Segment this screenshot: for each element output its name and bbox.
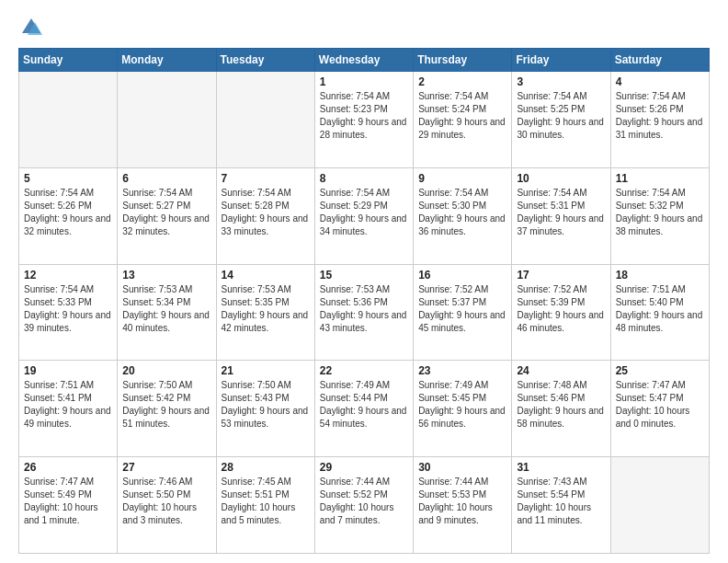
day-info: Sunrise: 7:50 AM Sunset: 5:43 PM Dayligh…: [222, 379, 310, 431]
day-info: Sunrise: 7:54 AM Sunset: 5:31 PM Dayligh…: [517, 187, 605, 238]
day-info: Sunrise: 7:45 AM Sunset: 5:51 PM Dayligh…: [222, 476, 310, 527]
day-number: 14: [222, 269, 310, 282]
calendar-cell: 30Sunrise: 7:44 AM Sunset: 5:53 PM Dayli…: [414, 457, 512, 554]
day-info: Sunrise: 7:54 AM Sunset: 5:28 PM Dayligh…: [222, 187, 310, 238]
day-info: Sunrise: 7:54 AM Sunset: 5:24 PM Dayligh…: [418, 90, 506, 142]
calendar-cell: 16Sunrise: 7:52 AM Sunset: 5:37 PM Dayli…: [414, 264, 512, 361]
calendar-table: SundayMondayTuesdayWednesdayThursdayFrid…: [18, 48, 710, 554]
day-number: 18: [616, 269, 704, 282]
day-info: Sunrise: 7:53 AM Sunset: 5:36 PM Dayligh…: [320, 283, 408, 335]
calendar-week-3: 12Sunrise: 7:54 AM Sunset: 5:33 PM Dayli…: [19, 264, 710, 361]
day-number: 8: [320, 172, 408, 185]
logo: [18, 15, 48, 40]
day-info: Sunrise: 7:54 AM Sunset: 5:26 PM Dayligh…: [616, 90, 704, 142]
calendar-cell: 11Sunrise: 7:54 AM Sunset: 5:32 PM Dayli…: [610, 167, 709, 264]
day-info: Sunrise: 7:43 AM Sunset: 5:54 PM Dayligh…: [517, 476, 605, 527]
logo-icon: [18, 15, 44, 40]
day-info: Sunrise: 7:47 AM Sunset: 5:47 PM Dayligh…: [616, 379, 704, 431]
day-info: Sunrise: 7:54 AM Sunset: 5:27 PM Dayligh…: [122, 187, 210, 238]
day-number: 23: [418, 364, 506, 377]
calendar-cell: 22Sunrise: 7:49 AM Sunset: 5:44 PM Dayli…: [314, 361, 413, 457]
weekday-header-thursday: Thursday: [414, 49, 512, 72]
page: SundayMondayTuesdayWednesdayThursdayFrid…: [0, 0, 728, 563]
day-number: 20: [122, 364, 210, 377]
day-info: Sunrise: 7:53 AM Sunset: 5:34 PM Dayligh…: [122, 283, 210, 335]
calendar-cell: 20Sunrise: 7:50 AM Sunset: 5:42 PM Dayli…: [118, 361, 216, 457]
day-info: Sunrise: 7:50 AM Sunset: 5:42 PM Dayligh…: [122, 379, 210, 431]
weekday-header-wednesday: Wednesday: [314, 49, 413, 72]
calendar-cell: 4Sunrise: 7:54 AM Sunset: 5:26 PM Daylig…: [610, 72, 709, 168]
day-number: 7: [222, 172, 310, 185]
calendar-cell: 24Sunrise: 7:48 AM Sunset: 5:46 PM Dayli…: [512, 361, 610, 457]
calendar-cell: [216, 72, 314, 168]
calendar-cell: 29Sunrise: 7:44 AM Sunset: 5:52 PM Dayli…: [314, 457, 413, 554]
header: [18, 15, 710, 40]
day-info: Sunrise: 7:46 AM Sunset: 5:50 PM Dayligh…: [122, 476, 210, 527]
calendar-week-1: 1Sunrise: 7:54 AM Sunset: 5:23 PM Daylig…: [19, 72, 710, 168]
day-info: Sunrise: 7:44 AM Sunset: 5:53 PM Dayligh…: [418, 476, 506, 527]
calendar-cell: 18Sunrise: 7:51 AM Sunset: 5:40 PM Dayli…: [610, 264, 709, 361]
calendar-cell: 9Sunrise: 7:54 AM Sunset: 5:30 PM Daylig…: [414, 167, 512, 264]
calendar-week-5: 26Sunrise: 7:47 AM Sunset: 5:49 PM Dayli…: [19, 457, 710, 554]
day-number: 9: [418, 172, 506, 185]
day-number: 29: [320, 461, 408, 474]
day-number: 17: [517, 269, 605, 282]
day-info: Sunrise: 7:54 AM Sunset: 5:32 PM Dayligh…: [616, 187, 704, 238]
day-number: 30: [418, 461, 506, 474]
day-info: Sunrise: 7:49 AM Sunset: 5:45 PM Dayligh…: [418, 379, 506, 431]
day-number: 10: [517, 172, 605, 185]
day-number: 6: [122, 172, 210, 185]
day-number: 16: [418, 269, 506, 282]
day-number: 12: [24, 269, 112, 282]
day-number: 21: [222, 364, 310, 377]
calendar-week-2: 5Sunrise: 7:54 AM Sunset: 5:26 PM Daylig…: [19, 167, 710, 264]
day-number: 26: [24, 461, 112, 474]
day-number: 25: [616, 364, 704, 377]
day-number: 28: [222, 461, 310, 474]
day-number: 11: [616, 172, 704, 185]
calendar-cell: 3Sunrise: 7:54 AM Sunset: 5:25 PM Daylig…: [512, 72, 610, 168]
day-number: 24: [517, 364, 605, 377]
day-info: Sunrise: 7:54 AM Sunset: 5:23 PM Dayligh…: [320, 90, 408, 142]
day-number: 2: [418, 75, 506, 88]
calendar-cell: [19, 72, 118, 168]
calendar-cell: 25Sunrise: 7:47 AM Sunset: 5:47 PM Dayli…: [610, 361, 709, 457]
calendar-cell: 6Sunrise: 7:54 AM Sunset: 5:27 PM Daylig…: [118, 167, 216, 264]
weekday-header-friday: Friday: [512, 49, 610, 72]
day-info: Sunrise: 7:54 AM Sunset: 5:30 PM Dayligh…: [418, 187, 506, 238]
day-info: Sunrise: 7:54 AM Sunset: 5:26 PM Dayligh…: [24, 187, 112, 238]
calendar-cell: 23Sunrise: 7:49 AM Sunset: 5:45 PM Dayli…: [414, 361, 512, 457]
day-number: 4: [616, 75, 704, 88]
calendar-cell: 26Sunrise: 7:47 AM Sunset: 5:49 PM Dayli…: [19, 457, 118, 554]
day-info: Sunrise: 7:54 AM Sunset: 5:25 PM Dayligh…: [517, 90, 605, 142]
calendar-cell: 2Sunrise: 7:54 AM Sunset: 5:24 PM Daylig…: [414, 72, 512, 168]
calendar-cell: 10Sunrise: 7:54 AM Sunset: 5:31 PM Dayli…: [512, 167, 610, 264]
calendar-week-4: 19Sunrise: 7:51 AM Sunset: 5:41 PM Dayli…: [19, 361, 710, 457]
day-info: Sunrise: 7:48 AM Sunset: 5:46 PM Dayligh…: [517, 379, 605, 431]
day-info: Sunrise: 7:49 AM Sunset: 5:44 PM Dayligh…: [320, 379, 408, 431]
day-info: Sunrise: 7:52 AM Sunset: 5:37 PM Dayligh…: [418, 283, 506, 335]
calendar-cell: 31Sunrise: 7:43 AM Sunset: 5:54 PM Dayli…: [512, 457, 610, 554]
calendar-cell: 12Sunrise: 7:54 AM Sunset: 5:33 PM Dayli…: [19, 264, 118, 361]
day-number: 3: [517, 75, 605, 88]
day-number: 15: [320, 269, 408, 282]
weekday-header-saturday: Saturday: [610, 49, 709, 72]
day-number: 19: [24, 364, 112, 377]
calendar-cell: 14Sunrise: 7:53 AM Sunset: 5:35 PM Dayli…: [216, 264, 314, 361]
calendar-cell: 1Sunrise: 7:54 AM Sunset: 5:23 PM Daylig…: [314, 72, 413, 168]
weekday-header-tuesday: Tuesday: [216, 49, 314, 72]
day-info: Sunrise: 7:53 AM Sunset: 5:35 PM Dayligh…: [222, 283, 310, 335]
day-info: Sunrise: 7:51 AM Sunset: 5:41 PM Dayligh…: [24, 379, 112, 431]
calendar-cell: [118, 72, 216, 168]
calendar-cell: 5Sunrise: 7:54 AM Sunset: 5:26 PM Daylig…: [19, 167, 118, 264]
day-number: 22: [320, 364, 408, 377]
calendar-cell: 28Sunrise: 7:45 AM Sunset: 5:51 PM Dayli…: [216, 457, 314, 554]
day-number: 27: [122, 461, 210, 474]
day-info: Sunrise: 7:54 AM Sunset: 5:29 PM Dayligh…: [320, 187, 408, 238]
calendar-cell: 27Sunrise: 7:46 AM Sunset: 5:50 PM Dayli…: [118, 457, 216, 554]
day-number: 31: [517, 461, 605, 474]
day-number: 1: [320, 75, 408, 88]
weekday-header-sunday: Sunday: [19, 49, 118, 72]
day-number: 5: [24, 172, 112, 185]
calendar-cell: 19Sunrise: 7:51 AM Sunset: 5:41 PM Dayli…: [19, 361, 118, 457]
